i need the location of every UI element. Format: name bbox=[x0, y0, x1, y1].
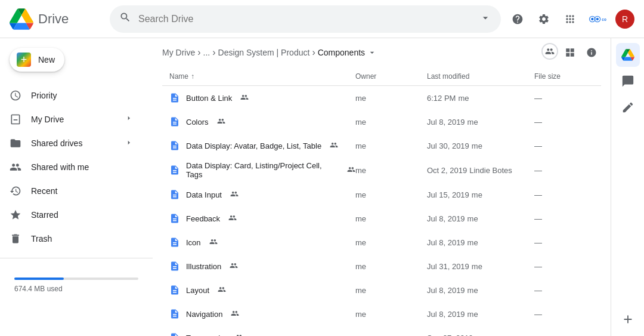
table-row[interactable]: Colors me Jul 8, 2019 me — bbox=[162, 110, 601, 134]
modified-by: Lindie Botes bbox=[469, 166, 512, 175]
modified-date: Sep 27, 2019 bbox=[427, 334, 473, 337]
file-size: — bbox=[534, 214, 594, 223]
table-row[interactable]: Button & Link me 6:12 PM me — bbox=[162, 86, 601, 110]
table-row[interactable]: Typography me Sep 27, 2019 me — bbox=[162, 326, 601, 336]
file-name: Data Display: Avatar, Badge, List, Table bbox=[186, 141, 321, 150]
table-row[interactable]: Data Input me Jul 15, 2019 me — bbox=[162, 183, 601, 206]
file-owner: me bbox=[355, 190, 427, 199]
file-list: Name ↑ Owner Last modified File size But… bbox=[153, 67, 611, 336]
sidebar-item-trash[interactable]: Trash bbox=[0, 227, 143, 251]
file-owner: me bbox=[355, 262, 427, 271]
right-panel-drive-icon[interactable] bbox=[616, 43, 640, 67]
shared-icon bbox=[230, 261, 238, 272]
right-panel-add-icon[interactable] bbox=[616, 307, 640, 331]
file-owner: me bbox=[355, 334, 427, 337]
table-row[interactable]: Data Display: Card, Listing/Project Cell… bbox=[162, 158, 601, 183]
help-button[interactable] bbox=[506, 7, 530, 31]
doc-icon bbox=[169, 309, 180, 319]
logo-area[interactable]: Drive bbox=[10, 7, 105, 31]
file-name: Data Display: Card, Listing/Project Cell… bbox=[186, 161, 339, 179]
file-name-cell: Feedback bbox=[169, 213, 355, 224]
file-modified: Jul 8, 2019 me bbox=[427, 310, 534, 319]
file-modified: Jul 8, 2019 me bbox=[427, 214, 534, 223]
doc-icon bbox=[169, 140, 180, 151]
sort-icon: ↑ bbox=[191, 72, 194, 81]
modified-date: 6:12 PM bbox=[427, 94, 456, 103]
my-drive-expand-icon[interactable] bbox=[124, 113, 134, 125]
col-modified-header: Last modified bbox=[427, 72, 534, 81]
top-actions: co R bbox=[506, 7, 634, 31]
share-button[interactable] bbox=[541, 43, 558, 60]
breadcrumb-dropdown-icon bbox=[367, 48, 377, 57]
settings-button[interactable] bbox=[532, 7, 556, 31]
search-input[interactable] bbox=[138, 14, 472, 24]
table-row[interactable]: Layout me Jul 8, 2019 me — bbox=[162, 278, 601, 302]
modified-date: Jul 30, 2019 bbox=[427, 141, 469, 150]
shared-icon bbox=[228, 214, 237, 224]
doc-icon bbox=[169, 237, 180, 248]
partner-logo[interactable]: co bbox=[584, 11, 613, 27]
info-button[interactable] bbox=[582, 43, 601, 62]
shared-drives-expand-icon[interactable] bbox=[124, 138, 134, 149]
sidebar-item-my-drive[interactable]: My Drive bbox=[0, 107, 143, 131]
breadcrumb-design-system[interactable]: Design System | Product bbox=[218, 48, 310, 57]
file-name-cell: Data Input bbox=[169, 189, 355, 200]
modified-by: me bbox=[458, 94, 469, 103]
file-name-cell: Data Display: Card, Listing/Project Cell… bbox=[169, 161, 355, 179]
file-owner: me bbox=[355, 214, 427, 223]
user-avatar[interactable]: R bbox=[615, 10, 634, 29]
file-modified: Jul 8, 2019 me bbox=[427, 286, 534, 295]
modified-date: Oct 2, 2019 bbox=[427, 166, 467, 175]
sidebar-item-starred[interactable]: Starred bbox=[0, 203, 143, 227]
table-row[interactable]: Navigation me Jul 8, 2019 me — bbox=[162, 302, 601, 326]
file-list-header: Name ↑ Owner Last modified File size bbox=[162, 67, 601, 86]
file-name-cell: Illustration bbox=[169, 261, 355, 272]
shared-icon bbox=[217, 117, 225, 127]
table-row[interactable]: Illustration me Jul 31, 2019 me — bbox=[162, 254, 601, 278]
doc-icon bbox=[169, 332, 180, 336]
shared-icon bbox=[330, 141, 338, 151]
shared-drives-icon bbox=[10, 137, 21, 149]
right-panel bbox=[611, 38, 644, 336]
shared-icon bbox=[347, 165, 355, 175]
sidebar-item-shared-drives-label: Shared drives bbox=[31, 138, 82, 148]
modified-by: me bbox=[467, 118, 478, 127]
sidebar-item-shared-with-me[interactable]: Shared with me bbox=[0, 155, 143, 179]
sidebar-item-shared-label: Shared with me bbox=[31, 162, 89, 172]
right-panel-chat-icon[interactable] bbox=[616, 69, 640, 93]
file-owner: me bbox=[355, 238, 427, 247]
file-owner: me bbox=[355, 310, 427, 319]
file-size: — bbox=[534, 286, 594, 295]
sidebar-item-shared-drives[interactable]: Shared drives bbox=[0, 131, 143, 155]
file-name: Data Input bbox=[186, 190, 222, 199]
apps-button[interactable] bbox=[558, 7, 582, 31]
breadcrumb-components-label: Components bbox=[318, 48, 365, 57]
file-name: Colors bbox=[186, 118, 209, 127]
breadcrumb-my-drive[interactable]: My Drive bbox=[162, 48, 195, 57]
right-panel-edit-icon[interactable] bbox=[616, 95, 640, 119]
file-owner: me bbox=[355, 286, 427, 295]
file-name-cell: Navigation bbox=[169, 309, 355, 319]
table-row[interactable]: Feedback me Jul 8, 2019 me — bbox=[162, 206, 601, 230]
new-button[interactable]: + New bbox=[10, 48, 64, 72]
grid-view-button[interactable] bbox=[561, 43, 580, 62]
modified-date: Jul 8, 2019 bbox=[427, 310, 465, 319]
storage-text: 674.4 MB used bbox=[14, 285, 138, 293]
modified-by: me bbox=[467, 310, 478, 319]
search-bar[interactable] bbox=[110, 5, 501, 33]
table-row[interactable]: Data Display: Avatar, Badge, List, Table… bbox=[162, 134, 601, 158]
doc-icon bbox=[169, 285, 180, 295]
sidebar-item-priority[interactable]: Priority bbox=[0, 84, 143, 107]
col-name-header[interactable]: Name ↑ bbox=[169, 72, 355, 81]
file-owner: me bbox=[355, 166, 427, 175]
doc-icon bbox=[169, 93, 180, 103]
modified-date: Jul 8, 2019 bbox=[427, 238, 465, 247]
table-row[interactable]: Icon me Jul 8, 2019 me — bbox=[162, 230, 601, 254]
search-dropdown-icon[interactable] bbox=[479, 12, 491, 26]
breadcrumb-components[interactable]: Components bbox=[318, 48, 377, 57]
file-modified: Sep 27, 2019 me bbox=[427, 334, 534, 337]
file-name-cell: Layout bbox=[169, 285, 355, 295]
sidebar-item-recent[interactable]: Recent bbox=[0, 179, 143, 203]
storage-bar-background bbox=[14, 278, 138, 280]
breadcrumb-more[interactable]: ... bbox=[203, 48, 210, 57]
